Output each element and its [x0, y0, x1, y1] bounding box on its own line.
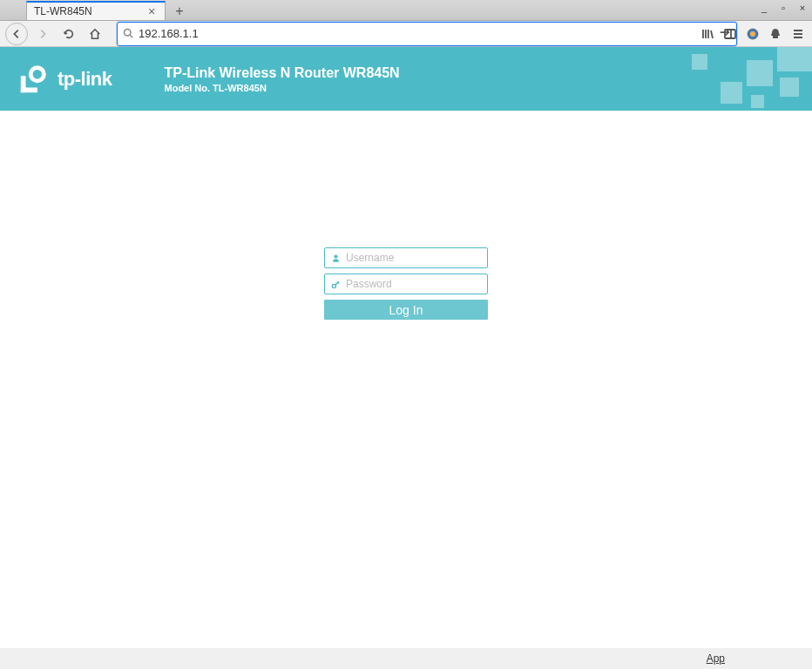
page-content: tp-link TP-Link Wireless N Router WR845N…: [0, 47, 812, 648]
footer-bar: App: [0, 648, 812, 669]
svg-point-4: [30, 67, 44, 80]
close-window-icon[interactable]: ×: [796, 2, 809, 14]
back-button[interactable]: [5, 23, 28, 45]
library-icon[interactable]: [699, 25, 716, 43]
user-icon: [328, 253, 342, 263]
password-input[interactable]: [342, 278, 484, 290]
header-title-block: TP-Link Wireless N Router WR845N Model N…: [165, 65, 400, 93]
svg-point-3: [750, 31, 755, 37]
sidebar-icon[interactable]: [721, 25, 739, 43]
svg-point-0: [125, 29, 132, 36]
forward-button[interactable]: [31, 23, 54, 45]
url-input[interactable]: [139, 27, 719, 40]
minimize-icon[interactable]: _: [758, 2, 770, 14]
login-button[interactable]: Log In: [324, 300, 488, 320]
extension-icon-1[interactable]: [744, 25, 761, 43]
login-form: Log In: [324, 247, 488, 320]
tab-title: TL-WR845N: [34, 5, 145, 17]
svg-rect-6: [21, 87, 37, 92]
header-decoration: [673, 47, 812, 111]
password-field-wrap: [324, 274, 488, 294]
username-input[interactable]: [342, 252, 484, 264]
maximize-icon[interactable]: ▫: [777, 2, 789, 14]
page-title: TP-Link Wireless N Router WR845N: [165, 65, 400, 81]
svg-rect-1: [725, 30, 735, 38]
browser-chrome: TL-WR845N × + _ ▫ ×: [0, 0, 812, 47]
url-bar[interactable]: [117, 22, 737, 46]
key-icon: [328, 280, 342, 289]
page-subtitle: Model No. TL-WR845N: [165, 83, 400, 93]
svg-point-7: [334, 254, 337, 258]
extension-icon-2[interactable]: [767, 25, 784, 43]
app-link[interactable]: App: [707, 652, 725, 665]
search-icon: [123, 26, 133, 42]
tab-bar: TL-WR845N × + _ ▫ ×: [0, 0, 812, 21]
home-button[interactable]: [84, 23, 106, 45]
page-header: tp-link TP-Link Wireless N Router WR845N…: [0, 47, 812, 111]
close-tab-icon[interactable]: ×: [145, 5, 158, 17]
browser-tab[interactable]: TL-WR845N ×: [26, 1, 166, 20]
username-field-wrap: [324, 247, 488, 268]
logo-text: tp-link: [58, 68, 112, 91]
logo: tp-link: [17, 63, 112, 96]
browser-toolbar: [0, 21, 812, 47]
new-tab-button[interactable]: +: [169, 3, 190, 20]
menu-icon[interactable]: [789, 25, 807, 43]
reload-button[interactable]: [58, 23, 80, 45]
window-controls: _ ▫ ×: [758, 2, 809, 14]
logo-icon: [17, 63, 51, 96]
